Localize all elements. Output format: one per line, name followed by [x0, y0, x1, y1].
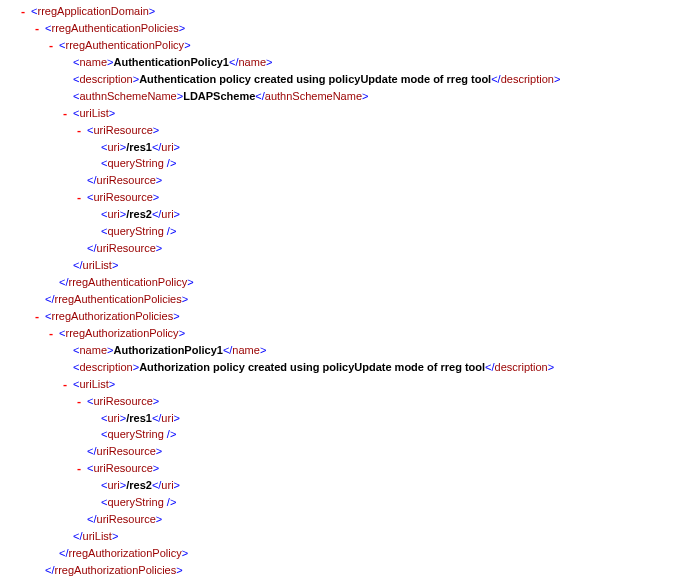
xml-line: - </rregAuthorizationPolicies>: [2, 563, 690, 578]
xml-tag-name: description: [80, 73, 133, 85]
xml-bracket: >: [260, 344, 266, 356]
xml-text-value: AuthenticationPolicy1: [113, 56, 229, 68]
xml-bracket: >: [112, 259, 118, 271]
xml-bracket: >: [173, 310, 179, 322]
xml-bracket: </: [59, 276, 68, 288]
xml-tag-name: uriList: [83, 259, 112, 271]
xml-bracket: >: [149, 5, 155, 17]
xml-bracket: </: [87, 242, 96, 254]
xml-tag-name: uriResource: [94, 462, 153, 474]
xml-bracket: >: [174, 479, 180, 491]
xml-line: - <rregAuthorizationPolicies>: [2, 309, 690, 326]
xml-line: - <queryString />: [2, 427, 690, 444]
xml-tag-name: rregAuthenticationPolicy: [69, 276, 188, 288]
xml-tag-name: name: [80, 56, 108, 68]
xml-line: - <uriResource>: [2, 123, 690, 140]
xml-bracket: >: [548, 361, 554, 373]
xml-line: - </uriResource>: [2, 444, 690, 461]
xml-line: - </uriList>: [2, 529, 690, 546]
xml-tag-name: name: [80, 344, 108, 356]
xml-bracket: >: [187, 276, 193, 288]
collapse-icon[interactable]: -: [60, 107, 70, 123]
xml-tag-name: queryString: [108, 225, 164, 237]
xml-bracket: </: [45, 564, 54, 576]
xml-bracket: >: [179, 22, 185, 34]
xml-tag-name: uriResource: [97, 513, 156, 525]
xml-text-value: AuthorizationPolicy1: [113, 344, 222, 356]
xml-tag-name: description: [495, 361, 548, 373]
xml-bracket: >: [156, 513, 162, 525]
xml-bracket: />: [164, 225, 177, 237]
xml-line: - <description>Authorization policy crea…: [2, 360, 690, 377]
xml-tag-name: queryString: [108, 496, 164, 508]
xml-bracket: >: [554, 73, 560, 85]
xml-line: - <authnSchemeName>LDAPScheme</authnSche…: [2, 89, 690, 106]
xml-tag-name: uriResource: [94, 191, 153, 203]
collapse-icon[interactable]: -: [74, 124, 84, 140]
xml-tag-name: uriResource: [94, 124, 153, 136]
xml-bracket: </: [223, 344, 232, 356]
xml-tag-name: uriResource: [97, 445, 156, 457]
xml-line: - <queryString />: [2, 224, 690, 241]
xml-line: - <queryString />: [2, 495, 690, 512]
xml-bracket: >: [153, 191, 159, 203]
xml-line: - <uriList>: [2, 106, 690, 123]
xml-text-value: LDAPScheme: [183, 90, 255, 102]
collapse-icon[interactable]: -: [74, 462, 84, 478]
collapse-icon[interactable]: -: [32, 310, 42, 326]
collapse-icon[interactable]: -: [18, 5, 28, 21]
xml-line: - </rregAuthenticationPolicy>: [2, 275, 690, 292]
collapse-icon[interactable]: -: [74, 191, 84, 207]
xml-tag-name: uri: [161, 208, 173, 220]
xml-line: - <rregAuthenticationPolicy>: [2, 38, 690, 55]
xml-bracket: >: [174, 208, 180, 220]
xml-bracket: >: [174, 141, 180, 153]
xml-bracket: />: [164, 428, 177, 440]
xml-bracket: </: [73, 530, 82, 542]
xml-line: - </rregAuthenticationPolicies>: [2, 292, 690, 309]
collapse-icon[interactable]: -: [46, 327, 56, 343]
xml-bracket: >: [176, 564, 182, 576]
xml-bracket: </: [152, 412, 161, 424]
xml-tag-name: uri: [108, 208, 120, 220]
xml-bracket: </: [45, 293, 54, 305]
xml-tag-name: uriResource: [97, 242, 156, 254]
xml-bracket: </: [485, 361, 494, 373]
xml-tag-name: queryString: [108, 428, 164, 440]
xml-line: - <rregAuthorizationPolicy>: [2, 326, 690, 343]
xml-tag-name: uriList: [83, 530, 112, 542]
xml-bracket: </: [59, 547, 68, 559]
collapse-icon[interactable]: -: [74, 395, 84, 411]
xml-line: - <uriResource>: [2, 461, 690, 478]
xml-bracket: />: [164, 496, 177, 508]
collapse-icon[interactable]: -: [60, 378, 70, 394]
collapse-icon[interactable]: -: [46, 39, 56, 55]
xml-tag-name: name: [238, 56, 266, 68]
xml-bracket: >: [362, 90, 368, 102]
xml-tag-name: rregAuthorizationPolicies: [52, 310, 174, 322]
xml-bracket: >: [174, 412, 180, 424]
xml-tag-name: uriResource: [97, 174, 156, 186]
xml-line: - <uriList>: [2, 377, 690, 394]
xml-tag-name: uri: [108, 412, 120, 424]
xml-tag-name: rregAuthenticationPolicy: [66, 39, 185, 51]
xml-bracket: >: [153, 395, 159, 407]
collapse-icon[interactable]: -: [32, 22, 42, 38]
xml-text-value: Authentication policy created using poli…: [139, 73, 491, 85]
xml-line: - <uriResource>: [2, 394, 690, 411]
xml-tag-name: authnSchemeName: [265, 90, 362, 102]
xml-tag-name: rregAuthenticationPolicies: [52, 22, 179, 34]
xml-line: - </uriList>: [2, 258, 690, 275]
xml-tag-name: uri: [161, 141, 173, 153]
xml-text-value: Authorization policy created using polic…: [139, 361, 485, 373]
xml-line: - <uri>/res1</uri>: [2, 411, 690, 428]
xml-bracket: >: [156, 174, 162, 186]
xml-line: - <uri>/res1</uri>: [2, 140, 690, 157]
xml-bracket: </: [255, 90, 264, 102]
xml-tag-name: uri: [161, 479, 173, 491]
xml-text-value: /res2: [126, 479, 152, 491]
xml-line: - </uriResource>: [2, 173, 690, 190]
xml-line: - <uriResource>: [2, 190, 690, 207]
xml-line: - <description>Authentication policy cre…: [2, 72, 690, 89]
xml-bracket: </: [87, 513, 96, 525]
